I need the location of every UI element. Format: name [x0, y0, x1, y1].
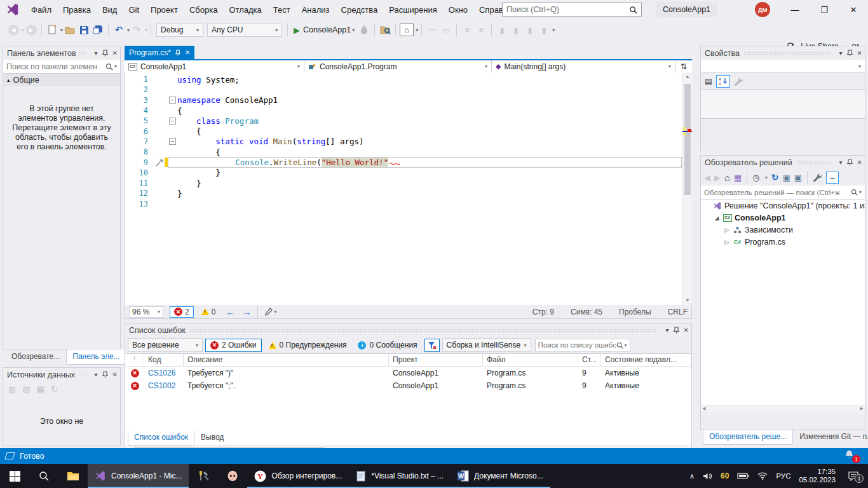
- code-line-8[interactable]: 8 {: [125, 147, 682, 157]
- tab-solution-explorer-left[interactable]: Обозревате...: [5, 349, 66, 365]
- code-line-13[interactable]: 13: [125, 199, 682, 209]
- solution-search-box[interactable]: Обозреватель решений — поиск (Ctrl+ж ▾: [701, 186, 865, 200]
- minimize-button[interactable]: —: [780, 0, 810, 19]
- menu-10[interactable]: Расширения: [383, 0, 443, 19]
- error-row-CS1026[interactable]: ✕CS1026Требуется ")"ConsoleApp1Program.c…: [125, 367, 691, 379]
- platform-dropdown[interactable]: Any CPU▾: [207, 23, 282, 37]
- menu-1[interactable]: Правка: [57, 0, 97, 19]
- start-debugging-button[interactable]: ▶ ConsoleApp1 ▾: [294, 25, 355, 35]
- toolbox-search-box[interactable]: Поиск по панели элемен ▾: [3, 60, 120, 74]
- tab-output[interactable]: Вывод: [194, 430, 230, 445]
- navigate-forward-icon[interactable]: ▶: [25, 22, 37, 37]
- close-icon[interactable]: ✕: [684, 327, 689, 334]
- hot-reload-icon[interactable]: [358, 22, 370, 37]
- tab-toolbox[interactable]: Панель эле...: [66, 349, 126, 365]
- notepad-window[interactable]: *Visual Studio.txt – ...: [349, 464, 451, 488]
- alphabetical-sort-icon[interactable]: AZ: [716, 75, 730, 88]
- pinned-game-app[interactable]: [218, 464, 247, 488]
- error-code-link[interactable]: CS1026: [144, 369, 184, 377]
- window-position-icon[interactable]: ▾: [95, 50, 98, 57]
- menu-9[interactable]: Средства: [336, 0, 384, 19]
- new-file-icon[interactable]: [46, 22, 58, 37]
- toggle-bookmark-icon[interactable]: ▮: [496, 22, 508, 37]
- tab-git-changes[interactable]: Изменения Git — п...: [793, 430, 868, 445]
- network-meter[interactable]: 60: [721, 471, 729, 480]
- refresh-icon[interactable]: ↻: [771, 172, 779, 182]
- code-line-3[interactable]: 3−namespace ConsoleApp1: [125, 95, 682, 105]
- error-table-header[interactable]: ! Код Описание Проект Файл Ст... Состоян…: [125, 354, 691, 367]
- warning-count-button[interactable]: 0: [201, 308, 216, 316]
- split-editor-icon[interactable]: ⇅: [675, 60, 692, 72]
- redo-icon[interactable]: ↷: [130, 22, 143, 37]
- tree-item-2[interactable]: ▷Зависимости: [701, 224, 865, 236]
- code-line-2[interactable]: 2: [125, 85, 682, 95]
- collapse-all-icon[interactable]: ▣: [782, 173, 790, 182]
- error-row-CS1002[interactable]: ✕CS1002Требуется ";".ConsoleApp1Program.…: [125, 379, 691, 392]
- volume-icon[interactable]: [703, 472, 712, 480]
- comment-icon[interactable]: ▭: [426, 22, 438, 37]
- messages-filter-button[interactable]: i0 Сообщения: [353, 339, 421, 352]
- source-dropdown[interactable]: Сборка и IntelliSense▾: [442, 338, 531, 352]
- menu-7[interactable]: Тест: [268, 0, 296, 19]
- menu-11[interactable]: Окно: [443, 0, 473, 19]
- errors-filter-button[interactable]: ✕2 Ошибки: [205, 339, 262, 352]
- close-icon[interactable]: ✕: [185, 49, 190, 56]
- status-eol[interactable]: CRLF: [668, 308, 688, 316]
- clear-bookmarks-icon[interactable]: ▮: [538, 22, 550, 37]
- battery-icon[interactable]: [737, 472, 749, 480]
- open-file-icon[interactable]: [64, 22, 76, 37]
- close-icon[interactable]: ✕: [857, 50, 862, 57]
- scroll-right-icon[interactable]: ▶: [860, 406, 864, 411]
- clear-filters-button[interactable]: [424, 339, 440, 352]
- visual-studio-window[interactable]: ConsoleApp1 - Mic...: [88, 464, 189, 488]
- restore-button[interactable]: ❐: [810, 0, 839, 19]
- close-icon[interactable]: ✕: [112, 371, 118, 378]
- menu-0[interactable]: Файл: [25, 0, 57, 19]
- edit-data-source-icon[interactable]: ▦: [37, 384, 44, 394]
- home-icon[interactable]: ⌂: [724, 172, 730, 183]
- refresh-icon[interactable]: ↻: [51, 384, 58, 394]
- taskbar-search[interactable]: [29, 464, 58, 488]
- pin-icon[interactable]: [175, 50, 180, 56]
- document-tab[interactable]: Program.cs* ✕: [125, 46, 194, 59]
- configuration-dropdown[interactable]: Debug▾: [156, 23, 203, 37]
- undo-icon[interactable]: ↶: [112, 22, 125, 37]
- word-window[interactable]: WДокумент Microso...: [451, 464, 550, 488]
- expander-collapsed-icon[interactable]: ▷: [724, 227, 730, 233]
- error-code-link[interactable]: CS1002: [144, 381, 184, 390]
- action-center-icon[interactable]: 1: [844, 471, 863, 481]
- clock[interactable]: 17:35 05.02.2023: [799, 468, 836, 484]
- save-all-icon[interactable]: [92, 22, 104, 37]
- navigate-back-icon[interactable]: ◀: [7, 22, 20, 37]
- breadcrumb-project-dropdown[interactable]: C# ConsoleApp1▾: [125, 60, 304, 72]
- tree-item-1[interactable]: ◢C#ConsoleApp1: [701, 212, 865, 224]
- scrollbar-thumb[interactable]: [684, 84, 691, 195]
- tray-expand-icon[interactable]: ∧: [689, 472, 695, 480]
- switch-views-icon[interactable]: ▦: [734, 173, 742, 182]
- pin-icon[interactable]: [847, 159, 853, 166]
- increase-indent-icon[interactable]: ≡: [475, 22, 487, 37]
- forward-icon[interactable]: ▶: [714, 173, 721, 182]
- sync-with-active-document-icon[interactable]: ⌂: [400, 24, 414, 36]
- pin-icon[interactable]: [674, 327, 679, 334]
- menu-3[interactable]: Git: [123, 0, 145, 19]
- menu-2[interactable]: Вид: [97, 0, 123, 19]
- preview-selected-items-icon[interactable]: –: [826, 172, 839, 184]
- language-indicator[interactable]: РУС: [776, 472, 790, 480]
- fold-icon[interactable]: −: [169, 138, 176, 145]
- highlight-pen-icon[interactable]: [264, 308, 273, 316]
- code-line-4[interactable]: 4{: [125, 105, 682, 116]
- code-line-9[interactable]: 9 Console.WriteLine("Hello World!": [125, 157, 682, 167]
- warnings-filter-button[interactable]: 0 Предупреждения: [264, 339, 351, 352]
- pending-changes-filter-icon[interactable]: ◷: [752, 173, 759, 182]
- menu-6[interactable]: Отладка: [223, 0, 267, 19]
- tab-solution-explorer[interactable]: Обозреватель реше...: [703, 430, 793, 445]
- pin-icon[interactable]: [847, 50, 853, 57]
- property-pages-icon[interactable]: [734, 77, 743, 86]
- zoom-dropdown[interactable]: 96 %▾: [129, 306, 163, 318]
- expander-expanded-icon[interactable]: ◢: [714, 215, 720, 221]
- code-line-1[interactable]: 1using System;: [125, 74, 682, 85]
- find-in-files-icon[interactable]: [379, 22, 391, 37]
- properties-icon[interactable]: [813, 173, 822, 182]
- code-line-11[interactable]: 11 }: [125, 178, 682, 188]
